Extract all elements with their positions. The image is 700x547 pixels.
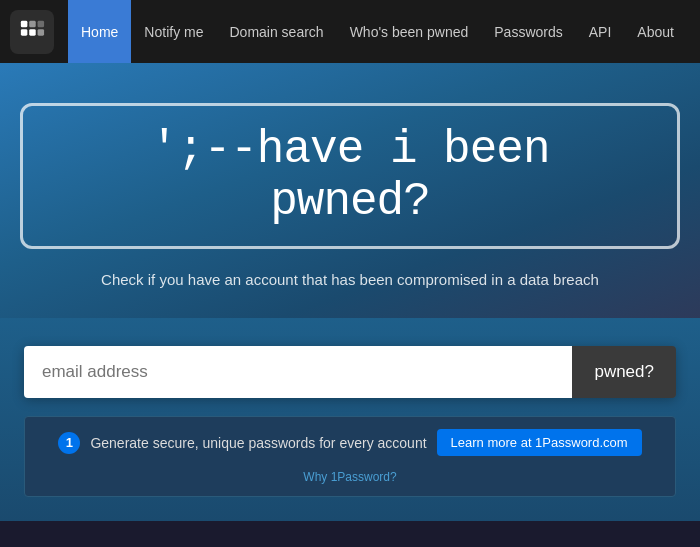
pwned-button[interactable]: pwned? [572,346,676,398]
hero-title: ';--have i been pwned? [63,124,637,228]
svg-rect-0 [21,20,28,27]
stats-section: 340 pwned websites 6,474,028,664 pwned a… [0,521,700,547]
svg-rect-4 [38,20,45,27]
nav-links: Home Notify me Domain search Who's been … [68,0,700,63]
nav-link-domain[interactable]: Domain search [216,0,336,63]
learn-more-button[interactable]: Learn more at 1Password.com [437,429,642,456]
why-link[interactable]: Why 1Password? [43,470,657,484]
nav-link-api[interactable]: API [576,0,625,63]
nav-link-passwords[interactable]: Passwords [481,0,575,63]
nav-link-about[interactable]: About [624,0,687,63]
hero-title-box: ';--have i been pwned? [20,103,680,249]
email-input[interactable] [24,346,572,398]
password-banner: 1 Generate secure, unique passwords for … [24,416,676,497]
nav-link-notify[interactable]: Notify me [131,0,216,63]
svg-rect-5 [38,29,45,36]
search-section: pwned? 1 Generate secure, unique passwor… [0,318,700,521]
svg-rect-2 [29,20,36,27]
svg-rect-1 [21,29,28,36]
nav-link-wbp[interactable]: Who's been pwned [337,0,482,63]
nav-link-donate[interactable]: Donate ₿ [687,0,700,63]
navigation: Home Notify me Domain search Who's been … [0,0,700,63]
onepassword-icon: 1 [58,432,80,454]
nav-link-home[interactable]: Home [68,0,131,63]
banner-text: Generate secure, unique passwords for ev… [90,435,426,451]
search-bar: pwned? [24,346,676,398]
svg-rect-3 [29,29,36,36]
hero-section: ';--have i been pwned? Check if you have… [0,63,700,318]
site-logo [10,10,54,54]
hero-subtitle: Check if you have an account that has be… [101,271,599,288]
